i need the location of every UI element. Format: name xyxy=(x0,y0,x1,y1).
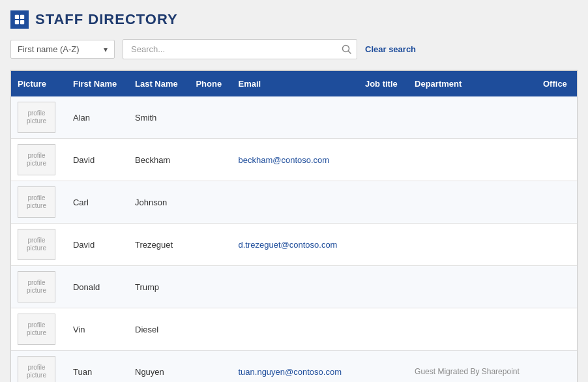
cell-department xyxy=(408,266,537,308)
cell-department xyxy=(408,308,537,351)
page-header: STAFF DIRECTORY xyxy=(10,10,578,29)
staff-table-container: Picture First Name Last Name Phone Email… xyxy=(10,70,578,382)
table-row: profile pictureCarlJohnson xyxy=(11,181,577,224)
cell-last-name: Diesel xyxy=(128,308,189,351)
staff-table: Picture First Name Last Name Phone Email… xyxy=(11,71,577,382)
cell-email xyxy=(232,96,359,139)
col-header-phone: Phone xyxy=(189,71,231,96)
sort-label: First name (A-Z) xyxy=(18,44,80,54)
col-header-department: Department xyxy=(408,71,537,96)
table-row: profile pictureDavidTrezeguetd.trezeguet… xyxy=(11,224,577,266)
col-header-email: Email xyxy=(232,71,359,96)
search-input[interactable] xyxy=(123,39,357,59)
cell-department xyxy=(408,96,537,139)
cell-last-name: Smith xyxy=(128,96,189,139)
cell-phone xyxy=(189,266,231,308)
profile-picture: profile picture xyxy=(18,102,55,133)
cell-job-title xyxy=(359,96,408,139)
cell-picture: profile picture xyxy=(11,181,66,224)
page-container: STAFF DIRECTORY First name (A-Z) ▾ Clear… xyxy=(0,0,588,382)
cell-email xyxy=(232,181,359,224)
cell-email xyxy=(232,266,359,308)
cell-phone xyxy=(189,139,231,181)
col-header-first-name: First Name xyxy=(66,71,128,96)
cell-office xyxy=(537,351,577,383)
cell-email: d.trezeguet@contoso.com xyxy=(232,224,359,266)
cell-picture: profile picture xyxy=(11,224,66,266)
table-row: profile pictureDonaldTrump xyxy=(11,266,577,308)
table-row: profile pictureVinDiesel xyxy=(11,308,577,351)
svg-rect-3 xyxy=(20,20,24,24)
cell-job-title xyxy=(359,351,408,383)
cell-last-name: Nguyen xyxy=(128,351,189,383)
cell-office xyxy=(537,181,577,224)
cell-picture: profile picture xyxy=(11,139,66,181)
cell-phone xyxy=(189,224,231,266)
cell-job-title xyxy=(359,139,408,181)
sort-dropdown[interactable]: First name (A-Z) ▾ xyxy=(10,40,115,59)
cell-phone xyxy=(189,308,231,351)
email-link[interactable]: beckham@contoso.com xyxy=(239,155,330,165)
cell-office xyxy=(537,308,577,351)
email-link[interactable]: d.trezeguet@contoso.com xyxy=(239,240,338,250)
page-title: STAFF DIRECTORY xyxy=(35,11,178,28)
cell-first-name: Carl xyxy=(66,181,128,224)
profile-picture: profile picture xyxy=(18,144,55,175)
search-icon xyxy=(342,44,352,55)
cell-office xyxy=(537,139,577,181)
email-link[interactable]: tuan.nguyen@contoso.com xyxy=(239,367,342,377)
cell-last-name: Beckham xyxy=(128,139,189,181)
svg-rect-0 xyxy=(15,15,19,19)
profile-picture: profile picture xyxy=(18,314,55,345)
cell-email xyxy=(232,308,359,351)
cell-job-title xyxy=(359,224,408,266)
svg-rect-2 xyxy=(15,20,19,24)
app-icon xyxy=(10,10,29,29)
search-container xyxy=(123,39,357,59)
cell-picture: profile picture xyxy=(11,308,66,351)
cell-picture: profile picture xyxy=(11,351,66,383)
profile-picture: profile picture xyxy=(18,229,55,260)
col-header-office: Office xyxy=(537,71,577,96)
cell-first-name: Alan xyxy=(66,96,128,139)
toolbar: First name (A-Z) ▾ Clear search xyxy=(10,39,578,59)
table-row: profile pictureTuanNguyentuan.nguyen@con… xyxy=(11,351,577,383)
cell-first-name: Vin xyxy=(66,308,128,351)
cell-office xyxy=(537,96,577,139)
cell-picture: profile picture xyxy=(11,266,66,308)
cell-email: tuan.nguyen@contoso.com xyxy=(232,351,359,383)
cell-department xyxy=(408,224,537,266)
cell-phone xyxy=(189,351,231,383)
cell-department xyxy=(408,181,537,224)
search-button[interactable] xyxy=(342,44,352,55)
chevron-down-icon: ▾ xyxy=(104,45,108,54)
profile-picture: profile picture xyxy=(18,271,55,302)
table-header-row: Picture First Name Last Name Phone Email… xyxy=(11,71,577,96)
profile-picture: profile picture xyxy=(18,186,55,218)
table-row: profile pictureAlanSmith xyxy=(11,96,577,139)
col-header-job-title: Job title xyxy=(359,71,408,96)
cell-first-name: David xyxy=(66,224,128,266)
cell-office xyxy=(537,266,577,308)
col-header-last-name: Last Name xyxy=(128,71,189,96)
clear-search-button[interactable]: Clear search xyxy=(365,44,416,54)
cell-first-name: Tuan xyxy=(66,351,128,383)
profile-picture: profile picture xyxy=(18,356,55,382)
col-header-picture: Picture xyxy=(11,71,66,96)
cell-job-title xyxy=(359,308,408,351)
cell-office xyxy=(537,224,577,266)
cell-last-name: Johnson xyxy=(128,181,189,224)
cell-department: Guest Migrated By Sharepoint xyxy=(408,351,537,383)
svg-line-5 xyxy=(349,51,351,53)
cell-phone xyxy=(189,96,231,139)
cell-first-name: Donald xyxy=(66,266,128,308)
cell-department xyxy=(408,139,537,181)
cell-first-name: David xyxy=(66,139,128,181)
table-row: profile pictureDavidBeckhambeckham@conto… xyxy=(11,139,577,181)
cell-job-title xyxy=(359,181,408,224)
svg-rect-1 xyxy=(20,15,24,19)
cell-job-title xyxy=(359,266,408,308)
cell-email: beckham@contoso.com xyxy=(232,139,359,181)
cell-last-name: Trezeguet xyxy=(128,224,189,266)
cell-last-name: Trump xyxy=(128,266,189,308)
